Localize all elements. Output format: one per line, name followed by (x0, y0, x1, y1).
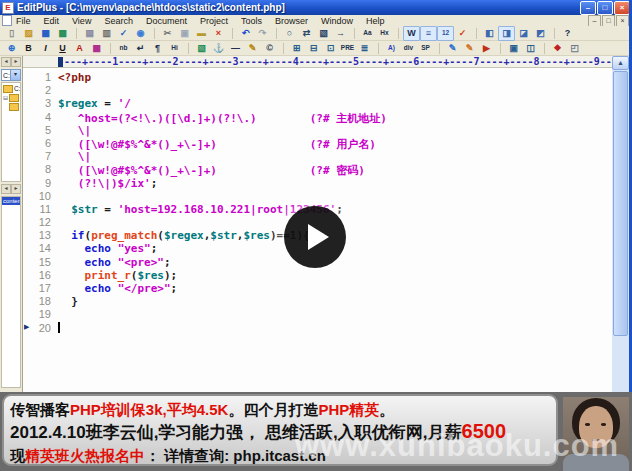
redo-button[interactable]: ↷ (254, 26, 271, 41)
new-window-button[interactable]: ▣ (505, 41, 522, 56)
script-editor-button[interactable]: ✎ (444, 41, 461, 56)
chevron-down-icon[interactable]: ▾ (10, 70, 20, 80)
anchor-button[interactable]: ⚓ (210, 41, 227, 56)
menu-window[interactable]: Window (321, 16, 353, 26)
style-editor-button[interactable]: ✎ (461, 41, 478, 56)
word-wrap-button[interactable]: W (403, 26, 420, 41)
named-anchor-button[interactable]: A) (383, 41, 400, 56)
browser-preview-button[interactable]: ◉ (132, 26, 149, 41)
code-line: 3$regex = '/ (23, 97, 612, 110)
browser-window-button[interactable]: ◩ (532, 26, 549, 41)
copyright-button[interactable]: © (261, 41, 278, 56)
bold-button[interactable]: B (20, 41, 37, 56)
list-scroll-left-button[interactable]: ◂ (1, 184, 11, 194)
save-file-button[interactable]: ▦ (37, 26, 54, 41)
undo-button[interactable]: ↶ (237, 26, 254, 41)
new-file-button[interactable]: ▯ (3, 26, 20, 41)
tree-node-row[interactable]: ⊟ (3, 93, 19, 102)
menu-view[interactable]: View (72, 16, 91, 26)
cliptext-window-button[interactable]: ◨ (498, 26, 515, 41)
cut-button[interactable]: ✂ (159, 26, 176, 41)
vertical-scrollbar[interactable]: ▲ (612, 56, 629, 392)
table-button[interactable]: ⊞ (288, 41, 305, 56)
find-button[interactable]: ○ (281, 26, 298, 41)
color-picker-button[interactable]: ▦ (88, 41, 105, 56)
close-button[interactable]: × (614, 1, 630, 15)
table-cell-button[interactable]: ⊡ (322, 41, 339, 56)
heading-button[interactable]: Hi (166, 41, 183, 56)
folder-tree[interactable]: C:\ ⊟ ⊟ (1, 82, 21, 182)
menu-file[interactable]: File (16, 16, 31, 26)
line-number-text: 15 (39, 256, 51, 268)
cliptext-window-icon: ◨ (502, 29, 511, 38)
scroll-up-arrow-icon[interactable]: ▲ (612, 56, 629, 70)
delete-button[interactable]: × (210, 26, 227, 41)
browser-globe-button[interactable]: ⊕ (3, 41, 20, 56)
ruler-caret-marker (58, 57, 63, 67)
toggle-case-button[interactable]: Aa (359, 26, 376, 41)
minimize-button[interactable]: – (580, 1, 596, 15)
close-file-button[interactable]: ▤ (81, 26, 98, 41)
run-script-button[interactable]: ▶ (478, 41, 495, 56)
code-line: 18 } (23, 295, 612, 308)
quick-edit-button[interactable]: ✎ (244, 41, 261, 56)
split-window-button[interactable]: ◫ (522, 41, 539, 56)
text-cursor (58, 322, 60, 333)
file-list[interactable]: content.p (1, 196, 21, 388)
directory-window-button[interactable]: ◧ (481, 26, 498, 41)
paste-button[interactable]: ▬ (193, 26, 210, 41)
list-scroll-right-button[interactable]: ▸ (11, 184, 21, 194)
menu-document[interactable]: Document (146, 16, 187, 26)
panel-scroll-left-button[interactable]: ◂ (1, 57, 11, 67)
file-list-item-selected[interactable]: content.p (2, 197, 20, 205)
goto-line-button[interactable]: → (332, 26, 349, 41)
menu-search[interactable]: Search (104, 16, 133, 26)
windows-logo-button[interactable]: ❖ (549, 41, 566, 56)
collapse-icon[interactable]: ⊟ (20, 104, 21, 110)
span-tag-button[interactable]: SP (417, 41, 434, 56)
tree-node-row[interactable]: ⊟ (3, 102, 19, 111)
line-numbers-button[interactable]: 12 (437, 26, 454, 41)
syntax-check-button[interactable]: ✓ (454, 26, 471, 41)
nbsp-button[interactable]: nb (115, 41, 132, 56)
auto-indent-button[interactable]: ≡ (420, 26, 437, 41)
pre-tag-button[interactable]: PRE (339, 41, 356, 56)
folder-icon (3, 85, 13, 93)
menu-edit[interactable]: Edit (44, 16, 60, 26)
hex-viewer-button[interactable]: Hx (376, 26, 393, 41)
panel-toggle-icon: ◰ (570, 44, 579, 53)
line-break-button[interactable]: ↵ (132, 41, 149, 56)
menu-help[interactable]: Help (366, 16, 385, 26)
div-tag-button[interactable]: div (400, 41, 417, 56)
menu-browser[interactable]: Browser (275, 16, 308, 26)
code-segment: $regex (164, 229, 204, 242)
font-color-button[interactable]: A (71, 41, 88, 56)
context-help-button[interactable]: ? (559, 26, 576, 41)
restore-button[interactable]: □ (597, 1, 613, 15)
spell-check-button[interactable]: ✓ (115, 26, 132, 41)
replace-button[interactable]: ⇄ (298, 26, 315, 41)
underline-button[interactable]: U (54, 41, 71, 56)
open-file-button[interactable]: ▨ (20, 26, 37, 41)
print-button[interactable]: ▥ (98, 26, 115, 41)
horizontal-rule-button[interactable]: — (227, 41, 244, 56)
menu-tools[interactable]: Tools (241, 16, 262, 26)
image-button[interactable]: ▧ (193, 41, 210, 56)
save-all-button[interactable]: ▩ (54, 26, 71, 41)
panel-toggle-button[interactable]: ◰ (566, 41, 583, 56)
find-in-files-button[interactable]: ▧ (315, 26, 332, 41)
scrollbar-thumb[interactable] (613, 71, 628, 336)
table-row-button[interactable]: ⊟ (305, 41, 322, 56)
drive-selector[interactable]: C: ▾ (1, 69, 21, 81)
play-button[interactable] (284, 206, 346, 268)
panel-scroll-right-button[interactable]: ▸ (11, 57, 21, 67)
menu-project[interactable]: Project (200, 16, 228, 26)
paragraph-button[interactable]: ¶ (149, 41, 166, 56)
output-window-button[interactable]: ◪ (515, 26, 532, 41)
tree-root-row[interactable]: C:\ (3, 84, 19, 93)
collapse-icon[interactable]: ⊟ (3, 95, 8, 101)
list-button[interactable]: ≣ (356, 41, 373, 56)
copy-button[interactable]: ▣ (176, 26, 193, 41)
title-bar[interactable]: E EditPlus - [C:\myenv\apache\htdocs\sta… (0, 0, 632, 15)
italic-button[interactable]: I (37, 41, 54, 56)
